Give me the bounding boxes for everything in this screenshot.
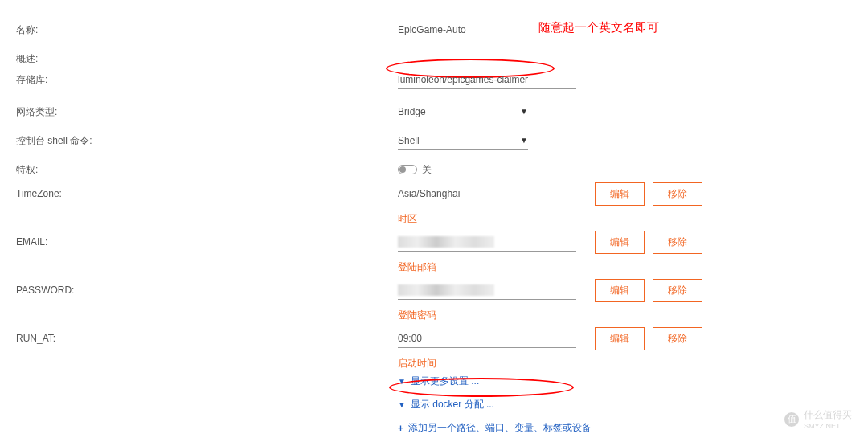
edit-button[interactable]: 编辑 <box>595 182 645 206</box>
timezone-input[interactable] <box>398 185 576 203</box>
toggle-off-label: 关 <box>422 163 432 177</box>
plus-icon: + <box>398 423 403 434</box>
link-more-settings-label: 显示更多设置 ... <box>411 375 479 388</box>
network-type-select[interactable]: Bridge ▼ <box>398 103 528 121</box>
run-at-input[interactable] <box>398 330 576 348</box>
label-timezone: TimeZone: <box>0 188 398 199</box>
edit-button[interactable]: 编辑 <box>595 327 645 350</box>
label-password: PASSWORD: <box>0 284 398 296</box>
email-input[interactable] <box>398 233 576 252</box>
name-input[interactable] <box>398 21 576 39</box>
chevron-down-icon: ▼ <box>520 136 528 145</box>
watermark: 值 什么值得买 SMYZ.NET <box>784 408 852 430</box>
label-privilege: 特权: <box>0 163 398 177</box>
sub-label-timezone: 时区 <box>398 212 417 226</box>
console-cmd-value: Shell <box>398 135 420 146</box>
link-docker-alloc-label: 显示 docker 分配 ... <box>411 398 494 411</box>
label-email: EMAIL: <box>0 236 398 248</box>
label-name: 名称: <box>0 23 398 37</box>
remove-button[interactable]: 移除 <box>653 231 702 254</box>
chevron-down-icon: ▼ <box>398 400 406 409</box>
blurred-content <box>398 236 494 248</box>
repository-input[interactable] <box>398 71 576 89</box>
label-console-cmd: 控制台 shell 命令: <box>0 134 398 148</box>
link-add-another-label: 添加另一个路径、端口、变量、标签或设备 <box>408 421 592 435</box>
label-run-at: RUN_AT: <box>0 333 398 344</box>
blurred-content <box>398 284 494 296</box>
console-cmd-select[interactable]: Shell ▼ <box>398 132 528 150</box>
link-more-settings[interactable]: ▼ 显示更多设置 ... <box>398 375 868 388</box>
watermark-text: 什么值得买 <box>804 408 852 422</box>
label-repository: 存储库: <box>0 73 398 87</box>
watermark-icon: 值 <box>784 412 799 427</box>
remove-button[interactable]: 移除 <box>653 279 702 302</box>
privilege-toggle[interactable] <box>398 165 417 174</box>
sub-label-password: 登陆密码 <box>398 309 436 322</box>
edit-button[interactable]: 编辑 <box>595 231 645 254</box>
remove-button[interactable]: 移除 <box>653 327 702 350</box>
sub-label-email: 登陆邮箱 <box>398 260 436 274</box>
label-network-type: 网络类型: <box>0 105 398 119</box>
chevron-down-icon: ▼ <box>520 107 528 116</box>
label-overview: 概述: <box>0 52 398 66</box>
remove-button[interactable]: 移除 <box>653 182 702 206</box>
edit-button[interactable]: 编辑 <box>595 279 645 302</box>
network-type-value: Bridge <box>398 106 426 117</box>
chevron-down-icon: ▼ <box>398 377 406 386</box>
watermark-url: SMYZ.NET <box>804 422 852 430</box>
sub-label-run-at: 启动时间 <box>398 357 436 370</box>
password-input[interactable] <box>398 281 576 300</box>
